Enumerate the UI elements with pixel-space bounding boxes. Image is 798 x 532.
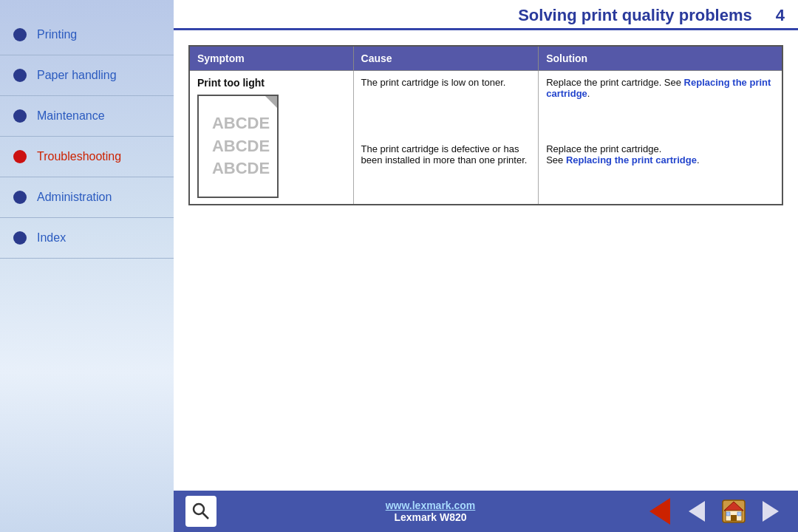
cause-cell-2: The print cartridge is defective or has … (353, 137, 539, 205)
svg-rect-5 (731, 515, 737, 521)
main-layout: Printing Paper handling Maintenance Trou… (0, 0, 798, 532)
page-title: Solving print quality problems (187, 6, 752, 25)
sidebar-item-label: Maintenance (37, 109, 105, 123)
svg-point-0 (194, 504, 204, 514)
sidebar-item-label: Index (37, 231, 66, 245)
page-number: 4 (776, 6, 785, 25)
col-cause: Cause (353, 46, 539, 71)
symptom-label: Print too light (197, 77, 346, 89)
replacing-link-2[interactable]: Replacing the print cartridge (566, 154, 697, 166)
search-icon (191, 501, 211, 522)
col-symptom: Symptom (189, 46, 353, 71)
content-body: Symptom Cause Solution Print too light A… (174, 30, 798, 491)
trouble-table: Symptom Cause Solution Print too light A… (188, 45, 783, 205)
svg-rect-6 (726, 512, 730, 516)
table-row: Print too light ABCDE ABCDE ABCDE The pr… (189, 71, 782, 137)
dot-icon (13, 69, 27, 82)
footer-left (185, 496, 216, 527)
solution-cell-2: Replace the print cartridge. See Replaci… (539, 137, 782, 205)
arrow-back-icon (649, 498, 670, 525)
sidebar-item-printing[interactable]: Printing (0, 15, 174, 55)
sidebar-item-label: Printing (37, 28, 77, 41)
footer-url[interactable]: www.lexmark.com (386, 499, 476, 511)
footer-model: Lexmark W820 (394, 511, 466, 523)
dot-icon (13, 231, 27, 245)
footer: www.lexmark.com Lexmark W820 (174, 491, 798, 532)
sidebar: Printing Paper handling Maintenance Trou… (0, 0, 174, 532)
col-solution: Solution (539, 46, 782, 71)
cause-cell-1: The print cartridge is low on toner. (353, 71, 539, 137)
arrow-next-icon (763, 501, 779, 522)
home-button[interactable] (718, 496, 749, 527)
print-preview: ABCDE ABCDE ABCDE (197, 95, 279, 198)
svg-line-1 (203, 514, 209, 519)
replacing-link-1[interactable]: Replacing the print cartridge (546, 77, 771, 99)
sidebar-item-troubleshooting[interactable]: Troubleshooting (0, 137, 174, 177)
footer-right (644, 496, 786, 527)
svg-rect-7 (737, 512, 741, 516)
back-button[interactable] (644, 496, 675, 527)
page-header: Solving print quality problems 4 (174, 0, 798, 30)
sidebar-item-maintenance[interactable]: Maintenance (0, 96, 174, 137)
home-icon (720, 497, 748, 525)
sidebar-item-paper-handling[interactable]: Paper handling (0, 55, 174, 96)
solution-cell-1: Replace the print cartridge. See Replaci… (539, 71, 782, 137)
preview-line-2: ABCDE (206, 135, 270, 158)
dot-icon-active (13, 150, 27, 163)
symptom-cell: Print too light ABCDE ABCDE ABCDE (189, 71, 353, 205)
sidebar-item-administration[interactable]: Administration (0, 177, 174, 218)
dot-icon (13, 191, 27, 204)
next-button[interactable] (755, 496, 786, 527)
preview-line-3: ABCDE (206, 157, 270, 180)
dot-icon (13, 109, 27, 123)
sidebar-item-label: Paper handling (37, 69, 117, 82)
dot-icon (13, 28, 27, 41)
sidebar-item-label: Administration (37, 191, 112, 204)
table-header-row: Symptom Cause Solution (189, 46, 782, 71)
search-button[interactable] (185, 496, 216, 527)
content-area: Solving print quality problems 4 Symptom… (174, 0, 798, 532)
sidebar-item-index[interactable]: Index (0, 218, 174, 259)
preview-line-1: ABCDE (206, 112, 270, 135)
prev-button[interactable] (681, 496, 712, 527)
footer-center: www.lexmark.com Lexmark W820 (386, 499, 476, 523)
sidebar-item-label: Troubleshooting (37, 150, 121, 163)
arrow-prev-icon (689, 501, 705, 522)
